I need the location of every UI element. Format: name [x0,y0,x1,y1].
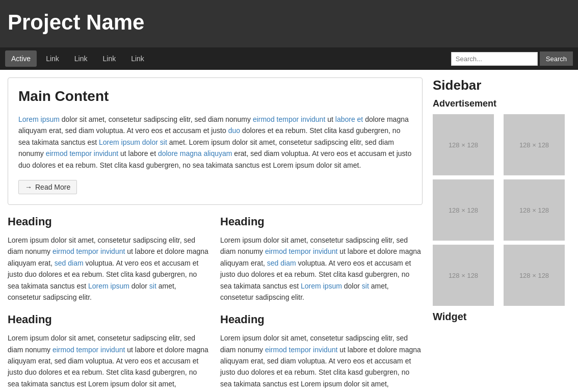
site-header: Project Name [0,0,578,47]
col1-link4[interactable]: sit [149,282,156,290]
col4-link1[interactable]: eirmod tempor invidunt [265,346,337,354]
col3-link1[interactable]: eirmod tempor invidunt [52,346,125,354]
read-more-label: Read More [35,183,70,191]
ad-box-5: 128 × 128 [433,245,494,306]
ad-box-6: 128 × 128 [504,245,565,306]
col2-heading: Heading [220,215,423,228]
lorem-link-2[interactable]: eirmod tempor invidunt [253,115,325,123]
ad-box-1: 128 × 128 [433,114,494,175]
col2-link1[interactable]: eirmod tempor invidunt [265,247,337,255]
widget-title: Widget [433,311,570,323]
advertisement-label: Advertisement [433,98,570,109]
column-1: Heading Lorem ipsum dolor sit amet, cons… [8,215,210,303]
navbar-left: Active Link Link Link Link [5,50,150,67]
sidebar: Sidebar Advertisement 128 × 128 128 × 12… [433,77,570,392]
ad-grid-1: 128 × 128 128 × 128 [433,114,570,175]
ad-grid-3: 128 × 128 128 × 128 [433,245,570,306]
nav-item-1[interactable]: Link [40,50,65,67]
col1-link1[interactable]: eirmod tempor invidunt [52,247,125,255]
main-content-paragraph: Lorem ipsum dolor sit amet, consetetur s… [18,114,412,171]
content-area: Main Content Lorem ipsum dolor sit amet,… [8,77,423,392]
lorem-link-5[interactable]: Lorem ipsum dolor sit [99,138,167,146]
col4-text: Lorem ipsum dolor sit amet, consetetur s… [220,332,423,392]
col4-heading: Heading [220,313,423,326]
ad-box-4: 128 × 128 [504,179,565,241]
col1-link3[interactable]: Lorem ipsum [88,282,129,290]
column-2: Heading Lorem ipsum dolor sit amet, cons… [220,215,423,303]
main-container: Main Content Lorem ipsum dolor sit amet,… [0,70,578,392]
search-input[interactable] [451,52,538,66]
read-more-button[interactable]: → Read More [18,180,77,194]
col1-link2[interactable]: sed diam [55,259,84,267]
col1-heading: Heading [8,215,210,228]
ad-grid-2: 128 × 128 128 × 128 [433,179,570,241]
nav-item-3[interactable]: Link [97,50,122,67]
arrow-icon: → [25,183,32,191]
column-4: Heading Lorem ipsum dolor sit amet, cons… [220,313,423,392]
lorem-link-1[interactable]: Lorem ipsum [18,115,60,123]
lorem-link-4[interactable]: duo [228,126,240,135]
col2-link3[interactable]: Lorem ipsum [301,282,342,290]
lorem-link-3[interactable]: labore et [335,115,363,123]
nav-item-4[interactable]: Link [125,50,150,67]
ad-box-3: 128 × 128 [433,179,494,241]
col2-text: Lorem ipsum dolor sit amet, consetetur s… [220,234,423,303]
col2-link4[interactable]: sit [362,282,369,290]
col3-heading: Heading [8,313,210,326]
col1-text: Lorem ipsum dolor sit amet, consetetur s… [8,234,210,303]
main-content-heading: Main Content [18,88,412,104]
nav-item-2[interactable]: Link [68,50,94,67]
sidebar-title: Sidebar [433,77,570,93]
main-content-box: Main Content Lorem ipsum dolor sit amet,… [8,77,423,205]
columns-row-2: Heading Lorem ipsum dolor sit amet, cons… [8,313,423,392]
navbar: Active Link Link Link Link Search [0,47,578,70]
ad-box-2: 128 × 128 [504,114,565,175]
lorem-link-7[interactable]: dolore magna aliquyam [158,149,232,158]
search-button[interactable]: Search [540,51,573,66]
col3-text: Lorem ipsum dolor sit amet, consetetur s… [8,332,210,392]
site-title: Project Name [8,10,570,35]
col2-link2[interactable]: sed diam [267,259,296,267]
navbar-right: Search [451,51,573,66]
lorem-link-6[interactable]: eirmod tempor invidunt [46,149,118,158]
nav-item-active[interactable]: Active [5,50,37,67]
columns-row-1: Heading Lorem ipsum dolor sit amet, cons… [8,215,423,303]
column-3: Heading Lorem ipsum dolor sit amet, cons… [8,313,210,392]
